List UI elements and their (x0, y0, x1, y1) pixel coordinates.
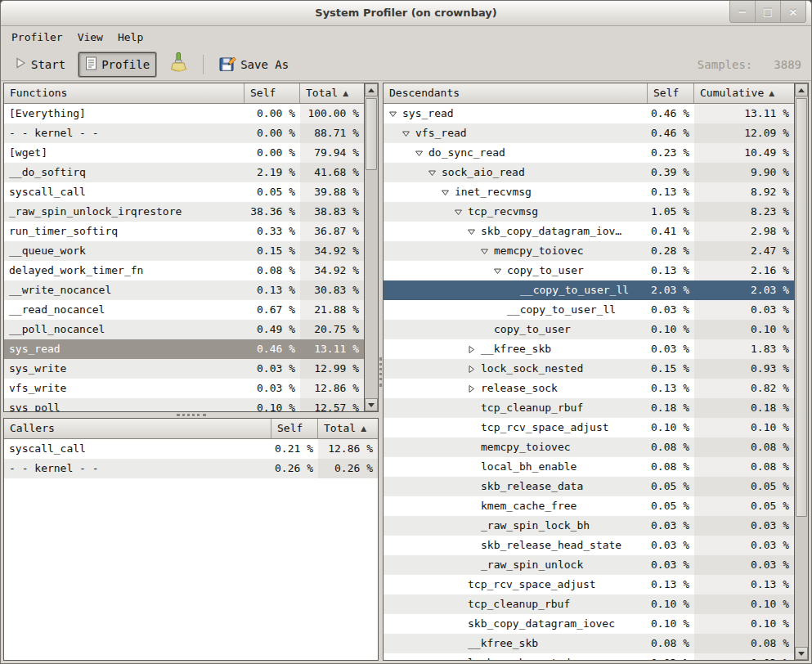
tree-row[interactable]: lock_sock_nested0.03 %0.03 % (384, 653, 794, 660)
tree-row[interactable]: tcp_recvmsg1.05 %8.23 % (384, 202, 794, 222)
table-row[interactable]: vfs_write0.03 %12.86 % (4, 379, 364, 398)
tree-row[interactable]: __kfree_skb0.08 %0.08 % (384, 634, 794, 653)
tree-row[interactable]: release_sock0.13 %0.82 % (384, 379, 794, 398)
expander-open-icon[interactable] (493, 267, 507, 276)
callers-column-header[interactable]: Callers (4, 419, 271, 439)
scroll-up-button[interactable] (795, 83, 808, 96)
horizontal-pane-splitter[interactable] (3, 412, 379, 418)
tree-row[interactable]: copy_to_user0.13 %2.16 % (384, 261, 794, 280)
expander-open-icon[interactable] (428, 168, 442, 177)
percent-cell: 36.87 % (300, 222, 364, 241)
expander-open-icon[interactable] (415, 149, 428, 158)
tree-row[interactable]: copy_to_user0.10 %0.10 % (384, 320, 794, 339)
table-row[interactable]: __queue_work0.15 %34.92 % (4, 241, 364, 261)
start-button[interactable]: Start (7, 52, 72, 76)
tree-row[interactable]: local_bh_enable0.08 %0.08 % (384, 457, 794, 477)
tree-row[interactable]: memcpy_toiovec0.08 %0.08 % (384, 437, 794, 457)
descendants-column-header[interactable]: Descendants (384, 83, 648, 104)
arrow-down-icon (798, 652, 805, 656)
function-name-cell: skb_copy_datagram_iov… (384, 222, 648, 241)
tree-row[interactable]: memcpy_toiovec0.28 %2.47 % (384, 241, 794, 261)
scrollbar-track[interactable] (795, 96, 808, 647)
tree-row[interactable]: skb_release_head_state0.03 %0.03 % (384, 536, 794, 555)
descendants-scrollbar[interactable] (794, 83, 808, 660)
tree-row[interactable]: _raw_spin_lock_bh0.03 %0.03 % (384, 516, 794, 536)
scroll-up-button[interactable] (365, 83, 378, 96)
scrollbar-track[interactable] (365, 96, 378, 398)
minimize-button[interactable]: − (730, 1, 755, 22)
table-row[interactable]: [wget]0.00 %79.94 % (4, 143, 364, 163)
expander-closed-icon[interactable] (467, 365, 481, 374)
menu-help[interactable]: Help (110, 28, 150, 47)
tree-row[interactable]: skb_copy_datagram_iov…0.41 %2.98 % (384, 222, 794, 241)
table-row[interactable]: - - kernel - -0.00 %88.71 % (4, 123, 364, 143)
play-icon (14, 56, 27, 72)
maximize-button[interactable]: □ (755, 1, 780, 22)
table-row[interactable]: run_timer_softirq0.33 %36.87 % (4, 222, 364, 241)
functions-self-column-header[interactable]: Self (244, 83, 300, 104)
scrollbar-thumb[interactable] (366, 98, 377, 170)
profile-toggle-button[interactable]: Profile (79, 52, 156, 77)
expander-open-icon[interactable] (467, 227, 481, 236)
table-row[interactable]: __write_nocancel0.13 %30.83 % (4, 280, 364, 300)
scroll-down-button[interactable] (365, 398, 378, 411)
table-row[interactable]: syscall_call0.21 %12.86 % (4, 439, 378, 459)
table-row[interactable]: __poll_nocancel0.49 %20.75 % (4, 320, 364, 339)
menu-view[interactable]: View (70, 28, 110, 47)
functions-column-header[interactable]: Functions (4, 83, 244, 104)
tree-row[interactable]: inet_recvmsg0.13 %8.92 % (384, 182, 794, 202)
expander-closed-icon[interactable] (467, 384, 481, 393)
descendants-cumulative-column-header[interactable]: Cumulative▲ (694, 83, 794, 104)
table-row[interactable]: sys_poll0.10 %12.57 % (4, 398, 364, 411)
expander-open-icon[interactable] (388, 110, 402, 119)
table-row[interactable]: delayed_work_timer_fn0.08 %34.92 % (4, 261, 364, 280)
expander-open-icon[interactable] (480, 247, 494, 256)
table-row[interactable]: __do_softirq2.19 %41.68 % (4, 163, 364, 182)
table-row[interactable]: _raw_spin_unlock_irqrestore38.36 %38.83 … (4, 202, 364, 222)
tree-row[interactable]: sock_aio_read0.39 %9.90 % (384, 163, 794, 182)
table-row[interactable]: __read_nocancel0.67 %21.88 % (4, 300, 364, 320)
profile-label: Profile (101, 58, 150, 71)
tree-row[interactable]: tcp_cleanup_rbuf0.10 %0.10 % (384, 594, 794, 614)
tree-row[interactable]: skb_release_data0.05 %0.05 % (384, 477, 794, 496)
descendants-self-column-header[interactable]: Self (648, 83, 694, 104)
tree-row[interactable]: skb_copy_datagram_iovec0.10 %0.10 % (384, 614, 794, 634)
tree-row[interactable]: tcp_cleanup_rbuf0.18 %0.18 % (384, 398, 794, 418)
tree-row[interactable]: do_sync_read0.23 %10.49 % (384, 143, 794, 163)
table-row[interactable]: sys_write0.03 %12.99 % (4, 359, 364, 379)
scrollbar-thumb[interactable] (796, 98, 807, 517)
table-row[interactable]: [Everything]0.00 %100.00 % (4, 104, 364, 123)
tree-row[interactable]: tcp_rcv_space_adjust0.10 %0.10 % (384, 418, 794, 437)
scroll-down-button[interactable] (795, 647, 808, 660)
expander-open-icon[interactable] (402, 129, 415, 138)
table-row[interactable]: sys_read0.46 %13.11 % (4, 339, 364, 359)
tree-row[interactable]: __kfree_skb0.03 %1.83 % (384, 339, 794, 359)
titlebar[interactable]: System Profiler (on crownbay) − □ × (1, 1, 811, 26)
tree-row[interactable]: __copy_to_user_ll0.03 %0.03 % (384, 300, 794, 320)
percent-cell: 0.10 % (244, 398, 300, 411)
save-as-button[interactable]: Save As (213, 51, 295, 79)
functions-total-column-header[interactable]: Total▲ (300, 83, 364, 104)
tree-row[interactable]: vfs_read0.46 %12.09 % (384, 123, 794, 143)
table-row[interactable]: - - kernel - -0.26 %0.26 % (4, 459, 378, 478)
tree-row[interactable]: tcp_rcv_space_adjust0.13 %0.13 % (384, 575, 794, 594)
function-name-cell: syscall_call (4, 439, 271, 459)
tree-row[interactable]: _raw_spin_unlock0.03 %0.03 % (384, 555, 794, 575)
document-icon (85, 56, 97, 73)
percent-cell: 12.86 % (300, 379, 364, 398)
menu-profiler[interactable]: Profiler (4, 28, 70, 47)
expander-open-icon[interactable] (441, 188, 455, 197)
tree-row[interactable]: __copy_to_user_ll2.03 %2.03 % (384, 280, 794, 300)
table-row[interactable]: syscall_call0.05 %39.88 % (4, 182, 364, 202)
functions-scrollbar[interactable] (364, 83, 378, 411)
expander-closed-icon[interactable] (467, 345, 481, 354)
reset-button[interactable] (163, 48, 194, 81)
expander-open-icon[interactable] (454, 208, 468, 217)
callers-total-column-header[interactable]: Total▲ (318, 419, 378, 439)
close-button[interactable]: × (780, 1, 805, 22)
function-name-cell: __poll_nocancel (4, 320, 244, 339)
tree-row[interactable]: sys_read0.46 %13.11 % (384, 104, 794, 123)
tree-row[interactable]: lock_sock_nested0.15 %0.93 % (384, 359, 794, 379)
callers-self-column-header[interactable]: Self (271, 419, 318, 439)
tree-row[interactable]: kmem_cache_free0.05 %0.05 % (384, 496, 794, 516)
